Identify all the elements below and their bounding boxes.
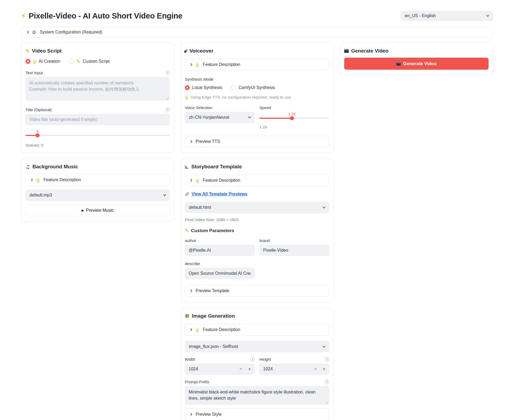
radio-selected-icon xyxy=(25,59,30,64)
script-mode-radio-group: AI Creation ✎ Custom Script xyxy=(25,59,170,64)
height-stepper[interactable]: 1024 − + xyxy=(259,363,329,375)
voice-select[interactable]: zh-CN-YunjianNeural xyxy=(185,112,255,123)
preview-template-accordion[interactable]: Preview Template xyxy=(185,285,329,297)
width-label: Width xyxy=(185,357,195,362)
preview-style-accordion[interactable]: Preview Style xyxy=(185,408,329,420)
gear-icon: ⚙ xyxy=(32,29,36,35)
synthesis-mode-label: Synthesis Mode xyxy=(185,77,214,81)
help-icon[interactable]: ? xyxy=(325,357,329,362)
prompt-prefix-value: Minimalist black-and-white matchstick fi… xyxy=(189,389,325,401)
speed-slider-handle[interactable] xyxy=(290,116,294,120)
lightning-icon: ⚡ xyxy=(21,12,26,20)
template-select[interactable]: default.html xyxy=(185,202,329,213)
chevron-right-icon xyxy=(189,289,192,292)
storyboard-feature-description-accordion[interactable]: Feature Description xyxy=(185,174,329,186)
help-icon[interactable]: ? xyxy=(165,107,170,112)
chevron-right-icon xyxy=(189,413,192,416)
preview-tts-label: Preview TTS xyxy=(196,139,220,144)
speed-slider[interactable]: 1.2x xyxy=(259,112,329,119)
radio-custom-script[interactable]: ✎ Custom Script xyxy=(69,59,110,64)
system-configuration-label: System Configuration (Required) xyxy=(40,30,102,35)
describe-row: describe xyxy=(185,261,329,279)
synthesis-mode-radio-group: Local Synthesis ComfyUI Synthesis xyxy=(185,85,329,90)
radio-local-synthesis[interactable]: Local Synthesis xyxy=(185,85,222,90)
scenes-slider[interactable]: 5 xyxy=(25,129,170,136)
title-optional-label: Title (Optional) xyxy=(25,107,52,112)
music-select[interactable]: default.mp3 xyxy=(25,189,170,201)
author-group: author xyxy=(185,238,255,256)
bulb-icon xyxy=(36,178,40,182)
system-configuration-accordion[interactable]: ⚙ System Configuration (Required) xyxy=(21,27,493,38)
preview-tts-accordion[interactable]: Preview TTS xyxy=(185,136,329,147)
chevron-right-icon xyxy=(26,31,29,34)
video-title-input[interactable] xyxy=(25,114,170,125)
preview-music-label: Preview Music xyxy=(86,208,114,213)
image-feature-description-accordion[interactable]: Feature Description xyxy=(185,324,329,336)
image-generation-title: Image Generation xyxy=(192,313,235,319)
main-columns: ✎ Video Script AI Creation ✎ Custom Scri… xyxy=(21,43,493,420)
text-input-placeholder-1: AI automatically creates specified numbe… xyxy=(29,80,166,86)
workflow-select[interactable]: image_flux.json - Selfhost xyxy=(185,341,329,352)
edge-tts-hint: Using Edge TTS, no configuration require… xyxy=(185,95,329,99)
chevron-right-icon xyxy=(189,179,192,182)
column-left: ✎ Video Script AI Creation ✎ Custom Scri… xyxy=(21,43,174,222)
brand-input[interactable] xyxy=(259,245,329,256)
width-stepper[interactable]: 1024 − + xyxy=(185,363,255,375)
music-note-icon: ♫ xyxy=(25,164,30,170)
background-music-title: Background Music xyxy=(32,164,78,170)
bulb-icon xyxy=(196,328,199,332)
radio-comfyui-synthesis[interactable]: ComfyUI Synthesis xyxy=(231,85,275,90)
radio-ai-creation[interactable]: AI Creation xyxy=(25,59,60,64)
width-increment-button[interactable]: + xyxy=(242,366,251,372)
radio-unselected-icon xyxy=(69,59,74,64)
generate-video-title: Generate Video xyxy=(351,48,388,54)
describe-label: describe xyxy=(185,261,200,266)
writing-hand-icon: ✎ xyxy=(76,59,80,64)
column-middle: Voiceover Feature Description Synthesis … xyxy=(180,43,334,420)
width-group: Width ? 1024 − + xyxy=(185,357,255,375)
brand-label: brand xyxy=(259,238,270,243)
radio-local-synthesis-label: Local Synthesis xyxy=(192,85,222,90)
brand-group: brand xyxy=(259,238,329,256)
radio-custom-script-label: Custom Script xyxy=(83,59,109,64)
speed-slider-track[interactable] xyxy=(259,118,329,119)
help-icon[interactable]: ? xyxy=(325,380,329,384)
generate-video-card: Generate Video Generate Video xyxy=(340,43,493,75)
author-input[interactable] xyxy=(185,245,255,256)
height-value: 1024 xyxy=(263,367,308,371)
page: ⚡ Pixelle-Video - AI Auto Short Video En… xyxy=(0,0,514,420)
speed-slider-value: 1.2x xyxy=(288,112,295,116)
chevron-right-icon xyxy=(189,140,192,143)
bulb-icon xyxy=(196,179,199,182)
music-feature-description-accordion[interactable]: Feature Description xyxy=(25,174,170,186)
height-label: Height xyxy=(259,357,271,362)
generate-video-button[interactable]: Generate Video xyxy=(344,58,489,70)
width-decrement-button[interactable]: − xyxy=(234,366,242,372)
text-input-textarea[interactable]: AI automatically creates specified numbe… xyxy=(25,77,170,101)
speed-caption: 1.2x xyxy=(259,125,329,129)
view-all-template-previews-link[interactable]: View All Template Previews xyxy=(192,192,247,196)
prompt-prefix-textarea[interactable]: Minimalist black-and-white matchstick fi… xyxy=(185,386,329,405)
help-icon[interactable]: ? xyxy=(165,70,170,75)
page-title: ⚡ Pixelle-Video - AI Auto Short Video En… xyxy=(21,12,182,20)
prompt-prefix-label: Prompt Prefix xyxy=(185,380,209,384)
height-decrement-button[interactable]: − xyxy=(308,366,317,372)
clapper-icon xyxy=(344,49,349,53)
chevron-down-icon xyxy=(486,14,489,17)
play-icon: ▶ xyxy=(82,209,84,212)
palette-icon xyxy=(185,314,189,318)
describe-input[interactable] xyxy=(185,268,255,279)
voice-selection-group: Voice Selection zh-CN-YunjianNeural xyxy=(185,105,255,129)
preview-music-button[interactable]: ▶ Preview Music xyxy=(25,205,170,216)
chevron-right-icon xyxy=(189,328,192,331)
voiceover-feature-description-accordion[interactable]: Feature Description xyxy=(185,59,329,70)
scenes-slider-track[interactable] xyxy=(25,135,170,136)
help-icon[interactable]: ? xyxy=(250,357,255,362)
image-generation-card: Image Generation Feature Description ima… xyxy=(180,308,334,420)
height-increment-button[interactable]: + xyxy=(317,366,325,372)
language-select[interactable]: en_US - English xyxy=(401,11,493,21)
music-select-value: default.mp3 xyxy=(30,193,52,198)
memo-icon: ✎ xyxy=(185,228,189,233)
scenes-slider-handle[interactable] xyxy=(35,133,39,137)
speed-slider-fill xyxy=(259,118,292,119)
